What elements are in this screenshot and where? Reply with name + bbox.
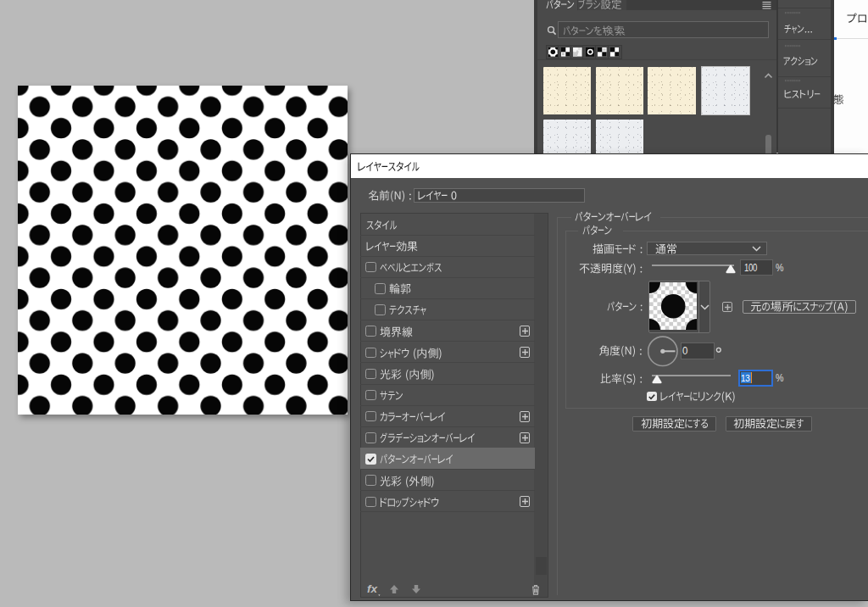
svg-text:fx: fx	[367, 582, 377, 595]
